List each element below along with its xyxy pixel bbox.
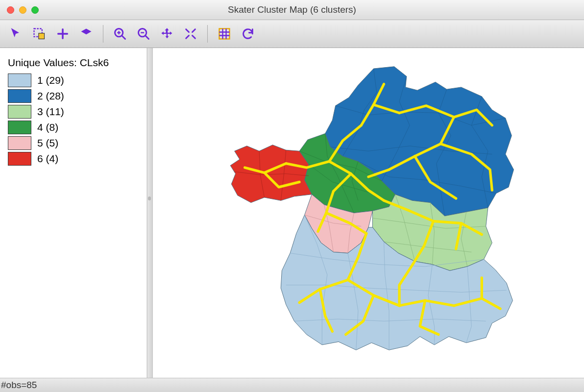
minimize-icon[interactable] [19,6,26,14]
zoom-in-icon [113,27,127,41]
toolbar-separator [103,25,103,43]
legend-title: Unique Values: CLsk6 [8,57,139,69]
pan-button[interactable] [156,23,178,45]
region-cluster-6 [230,145,312,203]
refresh-icon [241,27,255,41]
zoom-out-icon [137,27,150,41]
legend-pane: Unique Values: CLsk6 1 (29) 2 (28) 3 (11… [0,48,147,378]
plus-icon [56,27,70,41]
toolbar [0,20,584,48]
legend-row[interactable]: 3 (11) [8,105,139,119]
legend-row[interactable]: 6 (4) [8,152,139,166]
fit-button[interactable] [180,23,201,45]
svg-line-7 [146,36,149,39]
rect-select-button[interactable] [28,23,50,45]
legend-label: 4 (8) [37,122,58,133]
legend-row[interactable]: 5 (5) [8,136,139,150]
splitter[interactable] [147,48,153,378]
zoom-in-button[interactable] [109,23,131,45]
legend-swatch [8,105,31,119]
legend-label: 6 (4) [37,153,58,165]
legend-swatch [8,136,31,150]
legend-label: 1 (29) [37,74,64,86]
window-title: Skater Cluster Map (6 clusters) [0,4,584,15]
pointer-icon [9,27,23,41]
app-window: Skater Cluster Map (6 clusters) [0,0,584,392]
svg-rect-9 [219,29,230,39]
status-text: #obs=85 [1,380,37,391]
pointer-button[interactable] [5,23,26,45]
basemap-icon [218,27,231,41]
zoom-out-button[interactable] [133,23,154,45]
legend-swatch [8,121,31,134]
pan-icon [160,27,174,41]
legend-label: 3 (11) [37,106,64,118]
toolbar-separator [207,25,208,43]
map-svg [153,48,584,378]
refresh-button[interactable] [237,23,259,45]
legend-row[interactable]: 4 (8) [8,121,139,134]
legend-label: 2 (28) [37,90,64,102]
map-canvas[interactable] [153,48,584,378]
legend-row[interactable]: 1 (29) [8,74,139,87]
statusbar: #obs=85 [0,378,584,392]
content-area: Unique Values: CLsk6 1 (29) 2 (28) 3 (11… [0,48,584,378]
window-controls [0,6,39,14]
legend-swatch [8,74,31,87]
layers-icon [79,27,93,41]
legend-swatch [8,89,31,103]
zoom-window-icon[interactable] [31,6,39,14]
legend-swatch [8,152,31,166]
legend-label: 5 (5) [37,137,58,149]
svg-rect-1 [39,33,45,39]
legend-row[interactable]: 2 (28) [8,89,139,103]
basemap-button[interactable] [214,23,235,45]
add-button[interactable] [52,23,73,45]
titlebar[interactable]: Skater Cluster Map (6 clusters) [0,0,584,20]
fit-icon [184,27,197,41]
rect-select-icon [32,27,46,41]
close-icon[interactable] [7,6,14,14]
svg-line-3 [122,36,125,39]
layers-button[interactable] [75,23,97,45]
